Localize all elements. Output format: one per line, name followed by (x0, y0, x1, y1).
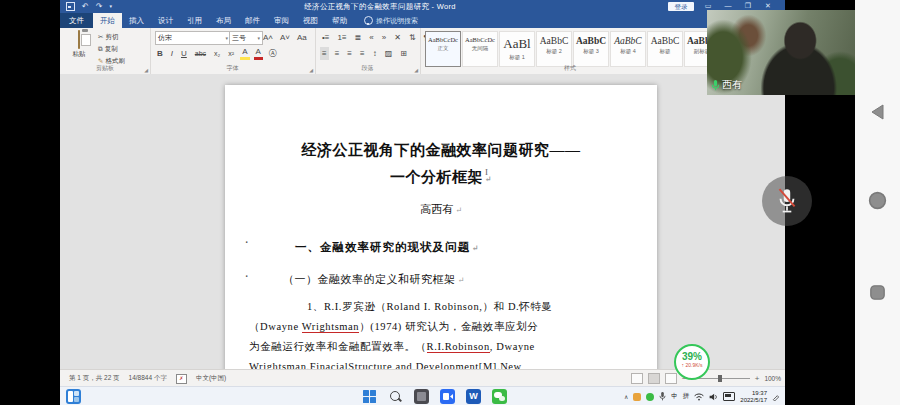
document-area: 经济公正视角下的金融效率问题研究—— 一个分析框架↵ 高西有↵ 一、金融效率研究… (60, 74, 785, 369)
font-dialog-launcher-icon[interactable]: ◢ (309, 67, 313, 73)
borders-icon[interactable]: ⊞ (398, 47, 409, 60)
ribbon-tabs: 文件 开始 插入 设计 引用 布局 邮件 审阅 视图 帮助 操作说明搜索 (60, 13, 785, 28)
paste-button[interactable]: 粘贴 (66, 31, 92, 59)
align-right-icon[interactable]: ≡ (345, 47, 354, 60)
widgets-icon[interactable] (66, 389, 81, 404)
tell-me-search[interactable]: 操作说明搜索 (364, 13, 418, 28)
doc-title-line1: 经济公正视角下的金融效率问题研究—— (249, 137, 633, 164)
tab-layout[interactable]: 布局 (209, 13, 238, 28)
decrease-indent-icon[interactable]: « (367, 31, 375, 44)
notification-pen-icon[interactable] (772, 393, 780, 401)
paste-label: 粘贴 (66, 50, 92, 59)
tray-green-app-icon[interactable] (646, 393, 654, 401)
webcam-video-tile[interactable]: 西有 (707, 10, 855, 95)
task-view-icon[interactable] (414, 389, 429, 404)
chevron-down-icon: ▾ (257, 35, 260, 41)
tab-view[interactable]: 视图 (296, 13, 325, 28)
tab-insert[interactable]: 插入 (122, 13, 151, 28)
word-count[interactable]: 14/8844 个字 (129, 374, 167, 383)
justify-icon[interactable]: ≡ (358, 47, 367, 60)
style-title[interactable]: AaBbC 标题 (647, 31, 683, 67)
increase-indent-icon[interactable]: » (380, 31, 388, 44)
font-size-select[interactable]: 三号 ▾ (229, 31, 263, 45)
mute-toggle-button[interactable] (762, 176, 812, 226)
search-icon[interactable] (388, 389, 403, 404)
mic-muted-icon (775, 187, 799, 215)
print-layout-icon[interactable] (648, 373, 660, 384)
word-app-icon[interactable]: W (466, 389, 481, 404)
underline-icon[interactable]: U (179, 47, 189, 60)
zoom-slider-knob[interactable] (718, 375, 722, 382)
body-line: 为金融运行效率和金融配置效率。（R.I.Robinson, Dwayne (249, 337, 633, 357)
font-color-icon[interactable]: A (254, 47, 263, 60)
android-back-button[interactable] (855, 102, 900, 122)
proofing-errors-icon[interactable]: ✗ (176, 374, 187, 384)
italic-icon[interactable]: I (169, 47, 175, 60)
copy-icon: ⧉ (98, 44, 103, 54)
zoom-in-icon[interactable]: + (755, 375, 760, 383)
language-indicator[interactable]: 中文(中国) (196, 374, 226, 383)
paragraph-dialog-launcher-icon[interactable]: ◢ (414, 67, 418, 73)
zoom-level[interactable]: 100% (764, 375, 781, 382)
speaker-icon[interactable] (709, 393, 718, 401)
android-recents-button[interactable] (855, 283, 900, 302)
tray-expand-icon[interactable]: ∧ (624, 393, 628, 400)
tab-review[interactable]: 审阅 (267, 13, 296, 28)
subscript-icon[interactable]: x₂ (212, 47, 222, 60)
web-layout-icon[interactable] (665, 373, 677, 384)
grow-font-icon[interactable]: A˄ (261, 31, 275, 44)
align-center-icon[interactable]: ≡ (333, 47, 342, 60)
style-heading1[interactable]: AaBl 标题 1 (499, 31, 535, 67)
page-indicator[interactable]: 第 1 页，共 22 页 (69, 374, 120, 383)
line-spacing-icon[interactable]: ↕ (371, 47, 379, 60)
superscript-icon[interactable]: x² (226, 47, 236, 60)
asian-layout-icon[interactable]: ✕ (392, 31, 403, 44)
ime-mode[interactable]: 中 (671, 392, 678, 401)
document-page[interactable]: 经济公正视角下的金融效率问题研究—— 一个分析框架↵ 高西有↵ 一、金融效率研究… (225, 85, 657, 369)
shrink-font-icon[interactable]: A˅ (278, 31, 292, 44)
change-case-icon[interactable]: Aa (295, 31, 309, 44)
tab-help[interactable]: 帮助 (325, 13, 354, 28)
style-heading3[interactable]: AaBbC 标题 3 (573, 31, 609, 67)
bullet-list-icon[interactable]: •≡ (320, 31, 331, 44)
numbered-list-icon[interactable]: 1≡ (335, 31, 348, 44)
shading-icon[interactable]: ▨ (383, 47, 395, 60)
enclose-characters-icon[interactable]: Ⓐ (267, 47, 279, 60)
start-button[interactable] (362, 389, 377, 404)
tab-home[interactable]: 开始 (93, 13, 122, 28)
tab-design[interactable]: 设计 (151, 13, 180, 28)
tab-file[interactable]: 文件 (60, 13, 93, 28)
wechat-icon[interactable] (492, 389, 507, 404)
battery-icon[interactable] (723, 392, 735, 401)
tray-date: 2022/5/17 (740, 397, 767, 403)
copy-button[interactable]: ⧉ 复制 (98, 44, 118, 54)
multilevel-list-icon[interactable]: ≣ (353, 31, 364, 44)
strikethrough-icon[interactable]: abc (193, 47, 208, 60)
style-normal[interactable]: AaBbCcDc 正文 (425, 31, 461, 67)
align-left-icon[interactable]: ≡ (320, 47, 329, 60)
font-name-select[interactable]: 仿宋 ▾ (155, 31, 231, 45)
style-heading4[interactable]: AaBbC 标题 4 (610, 31, 646, 67)
sort-icon[interactable]: ⇅ (407, 31, 418, 44)
tab-mailings[interactable]: 邮件 (238, 13, 267, 28)
tray-mic-icon[interactable] (659, 392, 666, 401)
wifi-icon[interactable] (694, 393, 704, 401)
floating-assistant-badge[interactable]: 39% ↑ 20.9K/s (674, 344, 710, 380)
read-mode-icon[interactable] (631, 373, 643, 384)
highlight-color-icon[interactable]: A (240, 47, 249, 60)
tab-references[interactable]: 引用 (180, 13, 209, 28)
style-no-spacing[interactable]: AaBbCcDc 无间隔 (462, 31, 498, 67)
text-cursor-ibeam: I (485, 167, 488, 177)
zoom-slider[interactable] (692, 378, 750, 379)
tencent-meeting-icon[interactable] (440, 389, 455, 404)
tray-clock[interactable]: 19:37 2022/5/17 (740, 390, 767, 404)
tray-app-icon[interactable] (633, 393, 641, 401)
android-home-button[interactable] (855, 190, 900, 211)
clipboard-dialog-launcher-icon[interactable]: ◢ (144, 67, 148, 73)
bold-icon[interactable]: B (155, 47, 165, 60)
cut-button[interactable]: ✂ 剪切 (98, 32, 118, 42)
ime-layout[interactable]: 拼 (683, 392, 690, 401)
style-heading2[interactable]: AaBbC 标题 2 (536, 31, 572, 67)
mic-on-icon (711, 80, 720, 91)
signin-button[interactable]: 登录 (668, 2, 694, 11)
